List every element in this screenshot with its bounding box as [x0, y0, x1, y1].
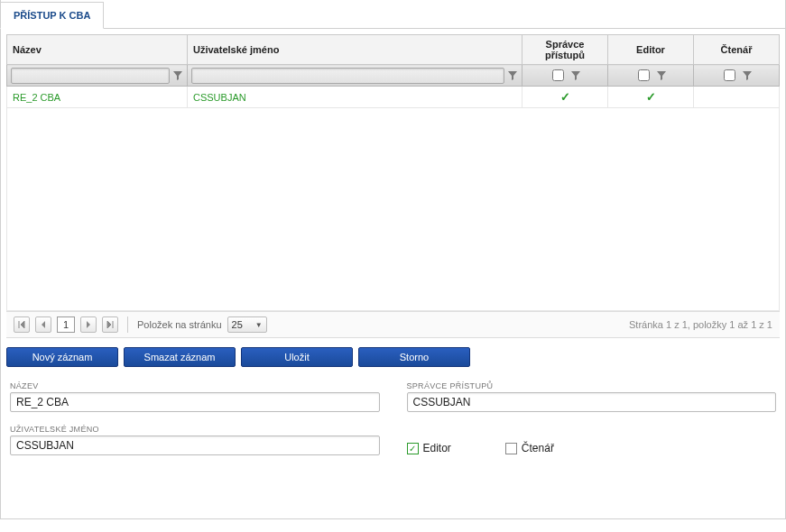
pager-page-input[interactable]: 1	[57, 316, 75, 333]
grid-empty-space	[6, 108, 780, 311]
name-input[interactable]	[10, 392, 380, 412]
filter-icon[interactable]	[172, 70, 183, 81]
cancel-button[interactable]: Storno	[358, 347, 470, 367]
col-header-editor[interactable]: Editor	[608, 35, 694, 65]
filter-icon[interactable]	[742, 70, 753, 81]
tab-strip: PŘÍSTUP K CBA	[1, 0, 785, 29]
col-header-reader[interactable]: Čtenář	[694, 35, 780, 65]
col-header-name[interactable]: Název	[7, 35, 188, 65]
reader-checkbox[interactable]	[505, 443, 517, 454]
reader-checkbox-label: Čtenář	[522, 442, 554, 454]
table-row[interactable]: RE_2 CBA CSSUBJAN ✓ ✓	[7, 87, 780, 108]
cell-name: RE_2 CBA	[7, 87, 188, 108]
filter-icon[interactable]	[656, 70, 667, 81]
col-header-access-manager[interactable]: Správce přístupů	[522, 35, 608, 65]
reader-checkbox-wrap[interactable]: Čtenář	[505, 442, 554, 454]
divider	[127, 316, 128, 333]
name-label: NÁZEV	[10, 381, 380, 390]
pager-next-button[interactable]	[80, 316, 97, 333]
filter-editor-checkbox[interactable]	[638, 69, 650, 81]
access-manager-input[interactable]	[407, 392, 777, 412]
pager-last-button[interactable]	[102, 316, 118, 333]
edit-form: NÁZEV SPRÁVCE PŘÍSTUPŮ UŽIVATELSKÉ JMÉNO…	[1, 381, 785, 518]
filter-icon[interactable]	[507, 70, 518, 81]
filter-reader-checkbox[interactable]	[724, 69, 735, 81]
pager-page-size-select[interactable]: 25 ▼	[227, 316, 267, 333]
data-grid: Název Uživatelské jméno Správce přístupů…	[6, 34, 780, 311]
filter-access-manager-checkbox[interactable]	[552, 69, 564, 81]
pager-first-button[interactable]	[14, 316, 30, 333]
filter-name-input[interactable]	[11, 68, 170, 84]
new-record-button[interactable]: Nový záznam	[6, 347, 118, 367]
pager-prev-button[interactable]	[35, 316, 51, 333]
cell-reader	[694, 87, 780, 108]
access-manager-label: SPRÁVCE PŘÍSTUPŮ	[407, 381, 777, 390]
editor-checkbox-label: Editor	[423, 442, 451, 454]
editor-checkbox[interactable]: ✓	[407, 443, 419, 454]
col-header-username[interactable]: Uživatelské jméno	[188, 35, 522, 65]
pager-page-size-value: 25	[232, 319, 243, 330]
chevron-down-icon: ▼	[255, 321, 263, 329]
action-bar: Nový záznam Smazat záznam Uložit Storno	[1, 338, 785, 381]
check-icon: ✓	[560, 90, 570, 104]
editor-checkbox-wrap[interactable]: ✓ Editor	[407, 442, 451, 454]
pager: 1 Položek na stránku 25 ▼ Stránka 1 z 1,…	[6, 311, 780, 338]
cell-access-manager: ✓	[522, 87, 608, 108]
delete-record-button[interactable]: Smazat záznam	[124, 347, 236, 367]
cell-username: CSSUBJAN	[188, 87, 522, 108]
username-input[interactable]	[10, 436, 380, 455]
cell-editor: ✓	[608, 87, 694, 108]
pager-items-per-page-label: Položek na stránku	[137, 319, 222, 330]
pager-info: Stránka 1 z 1, položky 1 až 1 z 1	[629, 319, 772, 330]
username-label: UŽIVATELSKÉ JMÉNO	[10, 425, 380, 434]
save-button[interactable]: Uložit	[241, 347, 353, 367]
check-icon: ✓	[646, 90, 656, 104]
tab-access[interactable]: PŘÍSTUP K CBA	[0, 2, 104, 29]
filter-icon[interactable]	[570, 70, 581, 81]
filter-username-input[interactable]	[191, 68, 504, 84]
